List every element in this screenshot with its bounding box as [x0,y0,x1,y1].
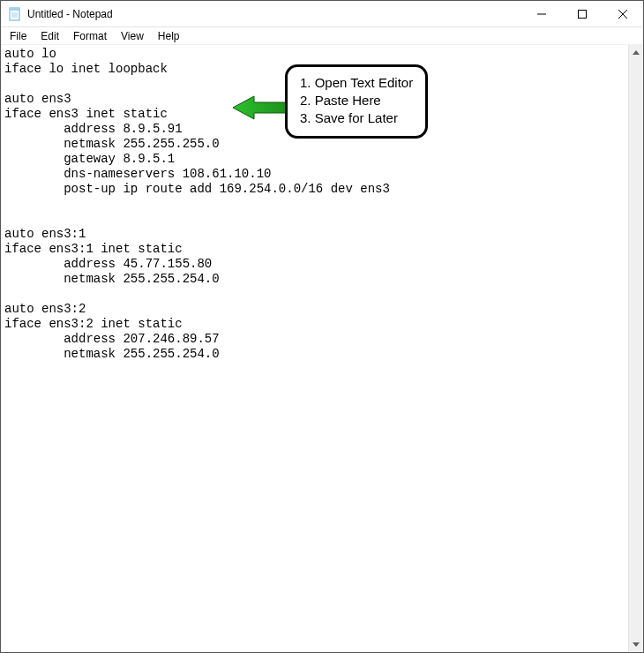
menubar: File Edit Format View Help [1,27,643,45]
annotation-callout: 1. Open Text Editor 2. Paste Here 3. Sav… [285,64,428,139]
notepad-app-icon [8,7,22,21]
minimize-button[interactable] [521,1,562,26]
window-title: Untitled - Notepad [27,8,113,20]
menu-file[interactable]: File [3,28,34,44]
window-controls [521,1,643,26]
menu-view[interactable]: View [114,28,151,44]
callout-line-1: 1. Open Text Editor [300,74,413,92]
svg-marker-9 [633,50,640,55]
close-button[interactable] [603,1,643,26]
maximize-button[interactable] [562,1,603,26]
svg-marker-10 [633,642,640,647]
scroll-down-arrow-icon[interactable] [629,637,643,652]
menu-format[interactable]: Format [66,28,114,44]
callout-line-3: 3. Save for Later [300,109,413,127]
vertical-scrollbar[interactable] [628,45,643,652]
scroll-up-arrow-icon[interactable] [629,45,643,60]
titlebar: Untitled - Notepad [1,1,643,27]
svg-rect-1 [10,8,19,11]
callout-line-2: 2. Paste Here [300,92,413,109]
notepad-window: Untitled - Notepad File Edit Format View… [0,0,644,653]
svg-rect-6 [579,10,587,18]
menu-help[interactable]: Help [151,28,187,44]
menu-edit[interactable]: Edit [34,28,66,44]
